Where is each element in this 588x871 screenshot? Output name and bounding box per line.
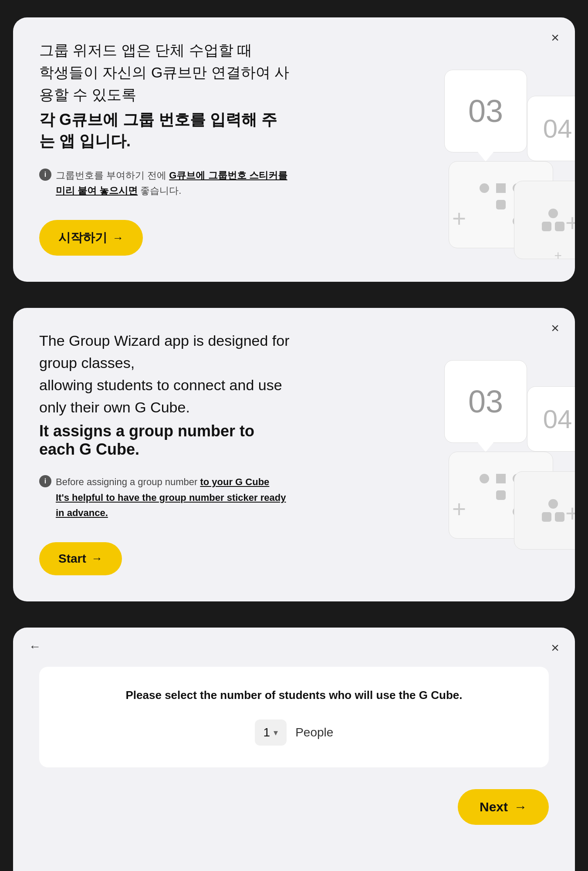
student-count-dropdown[interactable]: 1 ▾ xyxy=(255,719,287,746)
deco-cell xyxy=(555,222,564,231)
info-text-korean: 그룹번호를 부여하기 전에 G큐브에 그룹번호 스티커를 미리 붙여 놓으시면 … xyxy=(56,168,292,198)
panel-english: × The Group Wizard app is designed for g… xyxy=(13,308,575,601)
cube-card-03-english: 03 xyxy=(444,360,527,443)
start-button-english[interactable]: Start → xyxy=(39,542,122,575)
plus-deco-4: + xyxy=(452,495,466,523)
start-button-korean[interactable]: 시작하기 → xyxy=(39,220,143,256)
deco-row xyxy=(542,222,564,231)
next-arrow-icon: → xyxy=(514,800,527,814)
deco-cell xyxy=(496,200,506,209)
start-label-korean: 시작하기 xyxy=(58,230,107,246)
plus-deco-5: + xyxy=(565,500,575,527)
cube-card-04-korean: 04 xyxy=(527,96,575,161)
info-box-english: i Before assigning a group number to you… xyxy=(39,474,292,520)
deco-cell xyxy=(555,512,564,522)
deco-cell xyxy=(548,209,558,218)
main-text-english-1: The Group Wizard app is designed for gro… xyxy=(39,330,292,419)
cube-num-03-korean: 03 xyxy=(468,93,503,129)
start-arrow-english: → xyxy=(91,552,103,565)
plus-deco-1: + xyxy=(452,205,466,233)
cubes-decoration-2: 03 04 + xyxy=(405,360,575,552)
next-label: Next xyxy=(480,800,508,814)
people-label: People xyxy=(295,726,333,739)
deco-cell xyxy=(480,474,489,483)
info-icon-korean: i xyxy=(39,169,51,181)
cube-card-03-korean: 03 xyxy=(444,70,527,152)
panel-select-content: Please select the number of students who… xyxy=(39,649,549,825)
deco-cell xyxy=(496,474,506,483)
chevron-down-icon: ▾ xyxy=(274,727,278,738)
next-btn-container: Next → xyxy=(39,789,549,825)
cube-num-04-english: 04 xyxy=(543,404,572,434)
close-button-select[interactable]: × xyxy=(551,641,559,655)
cubes-decoration-1: 03 04 + xyxy=(405,70,575,261)
close-button-korean[interactable]: × xyxy=(551,30,559,44)
cube-num-04-korean: 04 xyxy=(543,114,572,144)
plus-deco-2: + xyxy=(565,209,575,237)
main-text-bold-english: It assigns a group number to each G Cube… xyxy=(39,422,292,459)
deco-cell xyxy=(496,490,506,500)
panel-select: ← × Please select the number of students… xyxy=(13,628,575,871)
start-label-english: Start xyxy=(58,552,86,566)
deco-cell xyxy=(496,183,506,193)
info-box-korean: i 그룹번호를 부여하기 전에 G큐브에 그룹번호 스티커를 미리 붙여 놓으시… xyxy=(39,168,292,198)
start-arrow-korean: → xyxy=(112,231,124,245)
panel-english-content: The Group Wizard app is designed for gro… xyxy=(39,330,292,575)
cube-num-03-english: 03 xyxy=(468,384,503,419)
deco-cell xyxy=(542,222,551,231)
select-row: 1 ▾ People xyxy=(65,719,523,746)
panel-korean: × 그룹 위저드 앱은 단체 수업할 때 학생들이 자신의 G큐브만 연결하여 … xyxy=(13,17,575,282)
dropdown-value: 1 xyxy=(264,726,270,739)
cube-card-04-english: 04 xyxy=(527,386,575,452)
close-button-english[interactable]: × xyxy=(551,321,559,335)
select-card: Please select the number of students who… xyxy=(39,667,549,767)
deco-row-2 xyxy=(542,512,564,522)
main-text-korean-1: 그룹 위저드 앱은 단체 수업할 때 학생들이 자신의 G큐브만 연결하여 사용… xyxy=(39,39,292,106)
info-text-english: Before assigning a group number to your … xyxy=(56,474,292,520)
deco-cell xyxy=(542,512,551,522)
deco-cell xyxy=(548,499,558,509)
select-card-title: Please select the number of students who… xyxy=(65,689,523,702)
next-button[interactable]: Next → xyxy=(458,789,549,825)
deco-cell xyxy=(480,183,489,193)
panel-korean-content: 그룹 위저드 앱은 단체 수업할 때 학생들이 자신의 G큐브만 연결하여 사용… xyxy=(39,39,292,256)
main-text-bold-korean: 각 G큐브에 그룹 번호를 입력해 주는 앱 입니다. xyxy=(39,109,292,152)
plus-deco-3: + xyxy=(554,248,562,263)
back-button[interactable]: ← xyxy=(29,641,41,653)
info-icon-english: i xyxy=(39,475,51,487)
